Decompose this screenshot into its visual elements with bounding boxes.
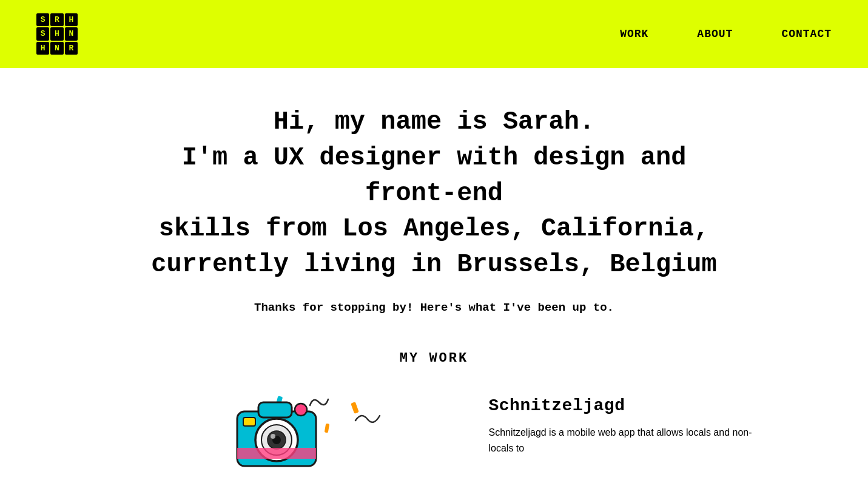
nav-work[interactable]: WORK <box>620 28 648 40</box>
camera-illustration <box>222 387 331 475</box>
hero-subtitle: Thanks for stopping by! Here's what I've… <box>254 301 614 314</box>
work-card-description: Schnitzeljagd is a mobile web app that a… <box>489 425 756 456</box>
work-card-title: Schnitzeljagd <box>489 396 756 415</box>
svg-rect-9 <box>237 448 316 459</box>
logo-cell-h3: H <box>36 42 49 55</box>
logo-cell-h2: H <box>50 27 63 40</box>
site-header: S R H S H N H N R WORK ABOUT CONTACT <box>0 0 868 68</box>
confetti-area <box>101 384 465 480</box>
logo-cell-n: N <box>65 27 78 40</box>
site-logo[interactable]: S R H S H N H N R <box>36 13 78 55</box>
svg-rect-8 <box>243 417 255 426</box>
work-card-text: Schnitzeljagd Schnitzeljagd is a mobile … <box>465 384 768 468</box>
logo-cell-s2: S <box>36 27 49 40</box>
hero-title-line1: Hi, my name is Sarah. <box>137 104 732 140</box>
squiggle-2 <box>352 408 383 433</box>
hero-title: Hi, my name is Sarah. I'm a UX designer … <box>137 104 732 283</box>
hero-title-line2: I'm a UX designer with design and front-… <box>182 143 687 208</box>
hero-title-line4: currently living in Brussels, Belgium <box>151 250 717 279</box>
logo-cell-s: S <box>36 13 49 26</box>
work-card-schnitzeljagd: Schnitzeljagd Schnitzeljagd is a mobile … <box>101 384 768 480</box>
logo-cell-r: R <box>50 13 63 26</box>
svg-point-7 <box>271 434 275 439</box>
svg-point-2 <box>295 404 307 416</box>
work-section: MY WORK <box>24 351 844 480</box>
main-nav: WORK ABOUT CONTACT <box>620 28 832 40</box>
work-section-title: MY WORK <box>400 351 468 366</box>
nav-about[interactable]: ABOUT <box>697 28 733 40</box>
nav-contact[interactable]: CONTACT <box>781 28 832 40</box>
main-content: Hi, my name is Sarah. I'm a UX designer … <box>0 68 868 480</box>
logo-cell-r2: R <box>65 42 78 55</box>
logo-cell-h: H <box>65 13 78 26</box>
svg-rect-1 <box>258 402 292 417</box>
work-card-image <box>101 384 465 480</box>
hero-title-line3: skills from Los Angeles, California, <box>159 214 709 243</box>
logo-cell-n2: N <box>50 42 63 55</box>
